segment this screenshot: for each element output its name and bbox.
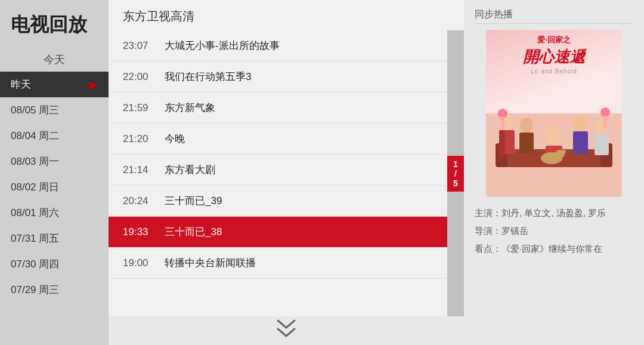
program-item[interactable]: 19:33 三十而已_38 — [109, 217, 447, 248]
program-time: 19:00 — [123, 257, 165, 269]
program-time: 19:33 — [123, 226, 165, 238]
sidebar-item-0729[interactable]: 07/29 周三 — [0, 277, 109, 303]
program-time: 22:00 — [123, 71, 165, 83]
director-value: 罗镇岳 — [501, 226, 528, 236]
program-item[interactable]: 19:00 转播中央台新闻联播 — [109, 248, 447, 279]
program-time: 20:24 — [123, 195, 165, 207]
sidebar-item-0805[interactable]: 08/05 周三 — [0, 97, 109, 123]
content-area: 东方卫视高清 23:07 大城无小事-派出所的故事 22:00 我们在行动第五季… — [109, 0, 464, 345]
cast-label: 主演： — [475, 208, 501, 218]
cast-line: 主演：刘丹, 单立文, 汤盈盈, 罗乐 — [475, 204, 633, 222]
sidebar-item-label: 07/31 周五 — [11, 232, 59, 245]
director-label: 导演： — [475, 226, 501, 236]
program-list: 23:07 大城无小事-派出所的故事 22:00 我们在行动第五季3 21:59… — [109, 30, 447, 316]
svg-point-15 — [498, 109, 507, 118]
sidebar-item-0731[interactable]: 07/31 周五 — [0, 226, 109, 251]
current-page: 1 — [453, 159, 458, 169]
sidebar-item-0802[interactable]: 08/02 周日 — [0, 174, 109, 200]
sidebar-item-yesterday[interactable]: 昨天▶ — [0, 72, 109, 97]
poster-main-title: 開心速遞 — [486, 47, 622, 67]
program-item[interactable]: 20:24 三十而已_39 — [109, 186, 447, 217]
sidebar-active-arrow: ▶ — [89, 78, 98, 91]
program-item[interactable]: 21:59 东方新气象 — [109, 93, 447, 124]
sidebar-item-0804[interactable]: 08/04 周二 — [0, 123, 109, 149]
sidebar-item-label: 昨天 — [11, 78, 31, 91]
program-time: 23:07 — [123, 40, 165, 52]
highlight-value: 《爱·回家》继续与你常在 — [501, 244, 602, 254]
page-divider: / — [454, 169, 457, 178]
program-item[interactable]: 23:07 大城无小事-派出所的故事 — [109, 30, 447, 61]
sidebar-item-0801[interactable]: 08/01 周六 — [0, 200, 109, 226]
scroll-down-button[interactable] — [274, 318, 298, 344]
highlight-line: 看点：《爱·回家》继续与你常在 — [475, 240, 633, 258]
svg-rect-12 — [573, 131, 588, 154]
sidebar-item-label: 08/02 周日 — [11, 180, 59, 194]
program-time: 21:14 — [123, 164, 165, 176]
right-panel: 同步热播 爱·回家之 開心速遞 Lo and Behold — [464, 0, 644, 345]
show-poster: 爱·回家之 開心速遞 Lo and Behold — [486, 30, 622, 197]
svg-rect-18 — [603, 116, 607, 128]
highlight-label: 看点： — [475, 244, 501, 254]
program-name: 三十而已_38 — [165, 225, 433, 239]
poster-top-title: 爱·回家之 — [486, 35, 622, 45]
scroll-page-badge: 1 / 5 — [447, 156, 464, 192]
program-name: 东方新气象 — [165, 101, 433, 115]
scrollbar[interactable]: 1 / 5 — [447, 30, 464, 316]
svg-point-17 — [600, 107, 610, 117]
program-time: 21:59 — [123, 102, 165, 114]
svg-rect-8 — [519, 133, 534, 153]
sidebar-item-label: 07/29 周三 — [11, 283, 59, 297]
program-name: 三十而已_39 — [165, 194, 433, 208]
sidebar-item-0730[interactable]: 07/30 周四 — [0, 251, 109, 277]
svg-rect-16 — [501, 117, 504, 129]
show-info: 主演：刘丹, 单立文, 汤盈盈, 罗乐 导演：罗镇岳 看点：《爱·回家》继续与你… — [475, 204, 633, 258]
program-name: 转播中央台新闻联播 — [165, 256, 433, 270]
svg-rect-14 — [595, 134, 609, 155]
svg-rect-6 — [499, 130, 505, 157]
svg-point-7 — [520, 118, 533, 133]
program-name: 今晚 — [165, 132, 433, 146]
program-time: 21:20 — [123, 133, 165, 145]
channel-title: 东方卫视高清 — [109, 0, 464, 30]
sidebar-item-label: 08/04 周二 — [11, 129, 59, 143]
page-title: 电视回放 — [0, 12, 87, 38]
poster-illustration — [486, 78, 622, 197]
sidebar-item-label: 08/03 周一 — [11, 155, 59, 168]
program-name: 东方看大剧 — [165, 163, 433, 177]
svg-point-9 — [546, 128, 562, 146]
program-scroll-area: 23:07 大城无小事-派出所的故事 22:00 我们在行动第五季3 21:59… — [109, 30, 464, 316]
poster-en-title: Lo and Behold — [486, 68, 622, 75]
sidebar-item-label: 08/05 周三 — [11, 103, 59, 117]
sidebar-item-label: 07/30 周四 — [11, 257, 59, 271]
program-name: 大城无小事-派出所的故事 — [165, 39, 433, 53]
bottom-nav — [109, 316, 464, 345]
program-name: 我们在行动第五季3 — [165, 70, 433, 84]
sidebar-item-label: 08/01 周六 — [11, 206, 59, 220]
program-item[interactable]: 21:20 今晚 — [109, 124, 447, 155]
director-line: 导演：罗镇岳 — [475, 222, 633, 240]
sidebar-item-0803[interactable]: 08/03 周一 — [0, 149, 109, 174]
svg-point-11 — [573, 116, 587, 132]
program-item[interactable]: 21:14 东方看大剧 — [109, 155, 447, 186]
sidebar: 电视回放 今天 昨天▶08/05 周三08/04 周二08/03 周一08/02… — [0, 0, 109, 345]
svg-point-21 — [561, 150, 566, 153]
cast-value: 刘丹, 单立文, 汤盈盈, 罗乐 — [501, 208, 606, 218]
right-panel-title: 同步热播 — [475, 8, 633, 24]
program-item[interactable]: 22:00 我们在行动第五季3 — [109, 61, 447, 93]
total-pages: 5 — [453, 178, 458, 188]
today-label: 今天 — [44, 53, 65, 67]
